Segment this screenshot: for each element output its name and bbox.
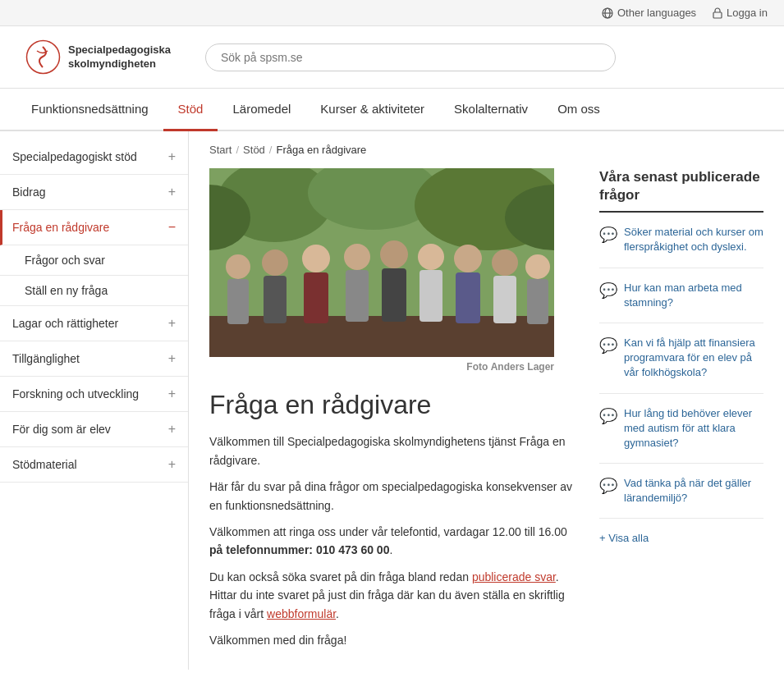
faq-link-2[interactable]: Hur kan man arbeta med stamning? [624, 281, 763, 310]
breadcrumb-stod[interactable]: Stöd [243, 144, 265, 156]
intro-para5: Välkommen med din fråga! [209, 631, 575, 649]
sidebar-item-stodmaterial[interactable]: Stödmaterial + [0, 447, 188, 483]
breadcrumb-current: Fråga en rådgivare [276, 144, 366, 156]
faq-link-3[interactable]: Kan vi få hjälp att finansiera programva… [624, 336, 763, 381]
expand-icon: + [168, 149, 176, 164]
sidebar-item-specialpedagogiskt[interactable]: Specialpedagogiskt stöd + [0, 140, 188, 175]
expand-icon: + [168, 457, 176, 472]
chat-icon-4: 💬 [599, 407, 617, 451]
expand-icon: + [168, 316, 176, 331]
sidebar-item-forskning[interactable]: Forskning och utveckling + [0, 377, 188, 412]
svg-rect-15 [264, 276, 287, 323]
chat-icon-2: 💬 [599, 281, 617, 310]
svg-point-12 [226, 254, 250, 279]
nav-item-funktionsnedsattning[interactable]: Funktionsnedsättning [16, 89, 163, 131]
published-answers-link[interactable]: publicerade svar [472, 570, 556, 583]
logo-icon [25, 39, 62, 76]
faq-link-1[interactable]: Söker material och kurser om flerspråkig… [624, 225, 763, 254]
top-bar: Other languages Logga in [0, 0, 784, 26]
faq-item-4: 💬 Hur lång tid behöver elever med autism… [599, 406, 763, 464]
photographer-name: Anders Lager [491, 361, 554, 373]
faq-item-2: 💬 Hur kan man arbeta med stamning? [599, 281, 763, 323]
other-languages-link[interactable]: Other languages [602, 7, 696, 19]
nav-item-laromedel[interactable]: Läromedel [218, 89, 305, 131]
svg-rect-17 [304, 272, 328, 323]
svg-rect-23 [420, 270, 442, 322]
breadcrumb-start[interactable]: Start [209, 144, 232, 156]
faq-item-3: 💬 Kan vi få hjälp att finansiera program… [599, 336, 763, 394]
photo-credit: Foto Anders Lager [209, 361, 554, 373]
team-photo [209, 168, 554, 357]
nav-item-kurser[interactable]: Kurser & aktiviteter [305, 89, 439, 131]
faq-link-5[interactable]: Vad tänka på när det gäller lärandemiljö… [624, 476, 763, 506]
svg-point-24 [454, 245, 482, 272]
svg-point-26 [492, 249, 518, 276]
faq-item-5: 💬 Vad tänka på när det gäller lärandemil… [599, 476, 763, 519]
header: Specialpedagogiska skolmyndigheten [0, 26, 784, 89]
logo-line2: skolmyndigheten [68, 57, 171, 71]
faq-link-4[interactable]: Hur lång tid behöver elever med autism f… [624, 406, 763, 451]
svg-point-22 [418, 244, 444, 270]
intro-para2: Här får du svar på dina frågor om specia… [209, 478, 575, 515]
faq-item-1: 💬 Söker material och kurser om flerspråk… [599, 225, 763, 268]
main-nav: Funktionsnedsättning Stöd Läromedel Kurs… [0, 89, 784, 131]
intro-para1: Välkommen till Specialpedagogiska skolmy… [209, 432, 575, 469]
svg-point-16 [302, 245, 330, 272]
sidebar: Specialpedagogiskt stöd + Bidrag + Fråga… [0, 131, 189, 670]
lock-icon [713, 7, 722, 19]
svg-rect-27 [493, 276, 516, 323]
main-area: Start / Stöd / Fråga en rådgivare [189, 131, 784, 670]
chat-icon-3: 💬 [599, 336, 617, 381]
expand-icon: + [168, 422, 176, 437]
svg-rect-29 [527, 279, 548, 324]
sidebar-sub-item-fragor-och-svar[interactable]: Frågor och svar [0, 245, 188, 276]
svg-rect-19 [346, 270, 369, 322]
svg-rect-13 [227, 279, 249, 324]
right-panel-title: Våra senast publicerade frågor [599, 168, 763, 213]
collapse-icon: − [168, 220, 176, 235]
content-wrapper: Specialpedagogiskt stöd + Bidrag + Fråga… [0, 131, 784, 670]
logo[interactable]: Specialpedagogiska skolmyndigheten [25, 39, 181, 76]
svg-rect-25 [456, 272, 480, 323]
expand-icon: + [168, 387, 176, 401]
logo-line1: Specialpedagogiska [68, 43, 171, 57]
nav-item-stod[interactable]: Stöd [163, 89, 218, 131]
chat-icon-1: 💬 [599, 226, 617, 254]
sidebar-sub-item-stall-en-ny-fraga[interactable]: Ställ en ny fråga [0, 276, 188, 306]
sidebar-item-tillganglighet[interactable]: Tillgänglighet + [0, 341, 188, 377]
nav-item-om-oss[interactable]: Om oss [543, 89, 615, 131]
main-content: Foto Anders Lager Fråga en rådgivare Väl… [209, 168, 575, 657]
intro-para3: Välkommen att ringa oss under vår telefo… [209, 523, 575, 560]
svg-rect-3 [713, 12, 722, 18]
svg-rect-21 [382, 268, 406, 322]
page-heading: Fråga en rådgivare [209, 389, 575, 420]
breadcrumb: Start / Stöd / Fråga en rådgivare [209, 144, 763, 156]
svg-point-28 [525, 254, 550, 279]
intro-para4: Du kan också söka svaret på din fråga bl… [209, 568, 575, 623]
login-link[interactable]: Logga in [713, 7, 768, 19]
main-columns: Foto Anders Lager Fråga en rådgivare Väl… [209, 168, 763, 657]
show-all-button[interactable]: + Visa alla [599, 532, 649, 544]
nav-item-skolalternativ[interactable]: Skolalternativ [439, 89, 543, 131]
sidebar-item-for-dig[interactable]: För dig som är elev + [0, 412, 188, 447]
right-panel: Våra senast publicerade frågor 💬 Söker m… [599, 168, 763, 657]
svg-point-18 [344, 244, 370, 270]
svg-point-14 [262, 249, 288, 276]
globe-icon [602, 7, 613, 19]
main-image [209, 168, 554, 357]
sidebar-item-fraga-en-radgivare[interactable]: Fråga en rådgivare − [0, 210, 188, 245]
webform-link[interactable]: webbformulär [267, 607, 336, 620]
sidebar-item-bidrag[interactable]: Bidrag + [0, 175, 188, 210]
search-input[interactable] [205, 43, 616, 71]
sidebar-item-lagar[interactable]: Lagar och rättigheter + [0, 306, 188, 341]
svg-point-20 [380, 240, 408, 268]
expand-icon: + [168, 185, 176, 199]
expand-icon: + [168, 351, 176, 366]
chat-icon-5: 💬 [599, 477, 617, 506]
